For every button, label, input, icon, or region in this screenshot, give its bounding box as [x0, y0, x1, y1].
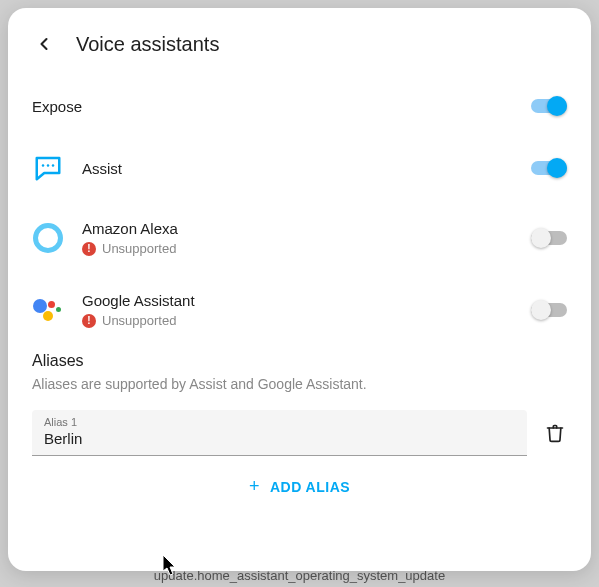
- aliases-description: Aliases are supported by Assist and Goog…: [32, 376, 567, 392]
- assist-label: Assist: [82, 160, 122, 177]
- voice-assistants-dialog: Voice assistants Expose Assist: [8, 8, 591, 571]
- assistant-row-google: Google Assistant ! Unsupported: [32, 288, 567, 332]
- assistant-row-assist: Assist: [32, 148, 567, 188]
- dialog-title: Voice assistants: [76, 33, 219, 56]
- back-button[interactable]: [32, 32, 56, 56]
- alias-field-label: Alias 1: [44, 416, 515, 428]
- alexa-icon: [32, 222, 64, 254]
- alexa-toggle[interactable]: [531, 228, 567, 248]
- alias-field[interactable]: Alias 1: [32, 410, 527, 456]
- assistant-row-alexa: Amazon Alexa ! Unsupported: [32, 216, 567, 260]
- google-label: Google Assistant: [82, 292, 195, 309]
- alexa-label: Amazon Alexa: [82, 220, 178, 237]
- expose-toggle[interactable]: [531, 96, 567, 116]
- svg-point-2: [52, 164, 55, 167]
- google-assistant-icon: [32, 294, 64, 326]
- add-alias-label: ADD ALIAS: [270, 479, 350, 495]
- expose-label: Expose: [32, 98, 82, 115]
- svg-point-1: [47, 164, 50, 167]
- alias-input[interactable]: [44, 428, 515, 449]
- svg-point-0: [42, 164, 45, 167]
- alias-row: Alias 1: [32, 410, 567, 456]
- arrow-left-icon: [34, 34, 54, 54]
- aliases-heading: Aliases: [32, 352, 567, 370]
- assist-toggle[interactable]: [531, 158, 567, 178]
- expose-row: Expose: [32, 92, 567, 120]
- warning-icon: !: [82, 242, 96, 256]
- add-alias-button[interactable]: + ADD ALIAS: [249, 476, 350, 497]
- plus-icon: +: [249, 476, 260, 497]
- warning-icon: !: [82, 314, 96, 328]
- dialog-header: Voice assistants: [32, 32, 567, 56]
- delete-alias-button[interactable]: [543, 421, 567, 445]
- google-toggle[interactable]: [531, 300, 567, 320]
- trash-icon: [545, 422, 565, 444]
- alexa-unsupported-label: Unsupported: [102, 241, 176, 256]
- google-unsupported-label: Unsupported: [102, 313, 176, 328]
- assist-icon: [32, 152, 64, 184]
